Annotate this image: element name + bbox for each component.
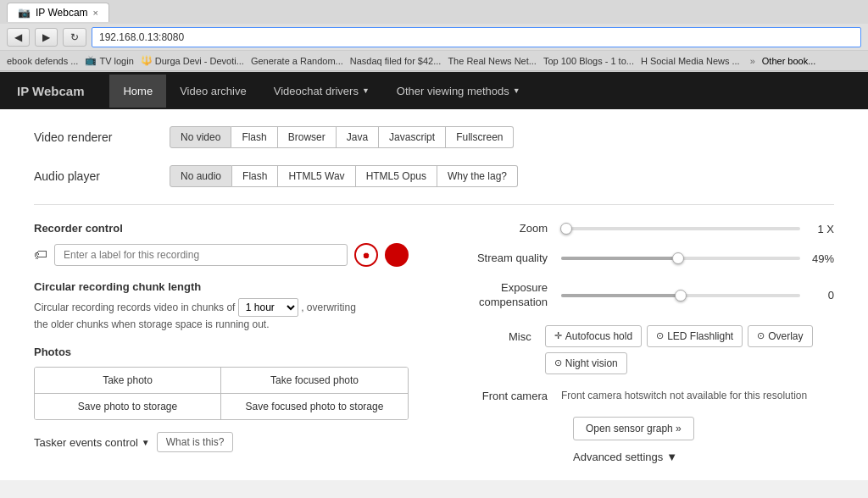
bookmark-item[interactable]: H Social Media News ... <box>641 56 740 66</box>
two-col-layout: Recorder control 🏷 ⏺ Circular recording … <box>34 222 834 463</box>
take-focused-photo-button[interactable]: Take focused photo <box>221 368 408 394</box>
nav-videochat-label: Videochat drivers <box>274 85 359 97</box>
audio-player-label: Audio player <box>34 169 170 183</box>
other-bookmarks[interactable]: Other book... <box>762 56 816 66</box>
front-camera-row: Front camera Front camera hotswitch not … <box>459 388 834 403</box>
chevron-down-icon: ▼ <box>142 438 150 447</box>
refresh-button[interactable]: ↻ <box>63 28 86 47</box>
zoom-slider[interactable] <box>561 227 800 230</box>
stream-quality-track[interactable] <box>561 257 800 260</box>
zoom-thumb[interactable] <box>560 223 572 235</box>
nav-home[interactable]: Home <box>109 75 166 108</box>
bookmark-label: The Real News Net... <box>448 56 537 66</box>
video-flash[interactable]: Flash <box>231 126 277 148</box>
advanced-settings-label: Advanced settings <box>573 451 663 463</box>
nav-video-archive[interactable]: Video archive <box>166 75 260 108</box>
recorder-control-title: Recorder control <box>34 222 409 235</box>
recorder-label-input[interactable] <box>54 244 348 266</box>
overlay-icon: ⊙ <box>757 330 765 341</box>
browser-titlebar: 📷 IP Webcam × <box>0 0 868 24</box>
tasker-events-link[interactable]: Tasker events control ▼ <box>34 436 150 449</box>
audio-flash[interactable]: Flash <box>232 165 278 187</box>
nav-other-viewing[interactable]: Other viewing methods ▼ <box>383 75 534 108</box>
open-sensor-graph-button[interactable]: Open sensor graph » <box>573 417 694 440</box>
video-browser[interactable]: Browser <box>278 126 337 148</box>
bookmark-label: Generate a Random... <box>251 56 343 66</box>
audio-why-lag[interactable]: Why the lag? <box>437 165 518 187</box>
tasker-row: Tasker events control ▼ What is this? <box>34 432 409 452</box>
led-flashlight-button[interactable]: ⊙ LED Flashlight <box>647 325 743 347</box>
nav-videochat-drivers[interactable]: Videochat drivers ▼ <box>260 75 383 108</box>
url-bar[interactable] <box>92 27 861 47</box>
misc-row: Misc ✛ Autofocus hold ⊙ LED Flashlight ⊙… <box>459 325 834 374</box>
exposure-thumb[interactable] <box>675 290 687 302</box>
bookmark-item[interactable]: Generate a Random... <box>251 56 343 66</box>
left-col: Recorder control 🏷 ⏺ Circular recording … <box>34 222 442 463</box>
audio-html5-opus[interactable]: HTML5 Opus <box>356 165 437 187</box>
recorder-input-row: 🏷 ⏺ <box>34 243 409 267</box>
hour-select[interactable]: 1 hour 15 min 30 min 2 hours 4 hours <box>238 298 298 317</box>
bookmark-item[interactable]: The Real News Net... <box>448 56 537 66</box>
app-header: IP Webcam Home Video archive Videochat d… <box>0 72 868 109</box>
bookmark-item[interactable]: 📺 TV login <box>85 55 133 66</box>
browser-tab[interactable]: 📷 IP Webcam × <box>7 3 109 22</box>
bookmark-item[interactable]: ebook defends ... <box>7 56 78 66</box>
stream-quality-label: Stream quality <box>459 252 561 266</box>
bookmark-label: Social Media News ... <box>650 56 740 66</box>
save-focused-photo-storage-button[interactable]: Save focused photo to storage <box>221 394 408 419</box>
night-vision-label: Night vision <box>565 357 618 369</box>
save-photo-storage-button[interactable]: Save photo to storage <box>35 394 221 419</box>
tab-title: IP Webcam <box>36 7 88 19</box>
bookmark-label: TV login <box>99 56 133 66</box>
video-fullscreen[interactable]: Fullscreen <box>446 126 514 148</box>
advanced-settings-link[interactable]: Advanced settings ▼ <box>573 451 834 463</box>
overlay-button[interactable]: ⊙ Overlay <box>748 325 812 347</box>
exposure-value: 0 <box>800 289 834 302</box>
stream-quality-slider[interactable] <box>561 257 800 260</box>
led-icon: ⊙ <box>656 330 664 341</box>
bookmark-favicon: H <box>641 56 648 66</box>
zoom-track[interactable] <box>561 227 800 230</box>
back-button[interactable]: ◀ <box>7 28 30 47</box>
tab-close-icon[interactable]: × <box>93 8 98 18</box>
what-is-this-button[interactable]: What is this? <box>157 432 234 452</box>
divider <box>34 204 834 205</box>
chevron-down-icon: ▼ <box>362 86 370 95</box>
exposure-track[interactable] <box>561 294 800 297</box>
autofocus-icon: ✛ <box>554 330 562 341</box>
audio-html5-wav[interactable]: HTML5 Wav <box>278 165 355 187</box>
take-photo-button[interactable]: Take photo <box>35 368 221 394</box>
night-vision-icon: ⊙ <box>554 357 562 368</box>
video-java[interactable]: Java <box>337 126 379 148</box>
bookmark-item[interactable]: Nasdaq filed for $42... <box>350 56 442 66</box>
video-no-video[interactable]: No video <box>170 126 231 148</box>
audio-no-audio[interactable]: No audio <box>170 165 232 187</box>
stream-quality-thumb[interactable] <box>672 252 684 264</box>
stream-quality-value: 49% <box>800 252 834 265</box>
video-javascript[interactable]: Javascript <box>379 126 446 148</box>
exposure-fill <box>561 294 681 297</box>
record-outline-icon: ⏺ <box>362 251 370 260</box>
bookmarks-bar: ebook defends ... 📺 TV login 🔱 Durga Dev… <box>0 51 868 71</box>
record-filled-button[interactable] <box>385 243 409 267</box>
video-renderer-label: Video renderer <box>34 130 170 144</box>
zoom-label: Zoom <box>459 222 561 236</box>
zoom-value: 1 X <box>800 223 834 235</box>
bookmark-item[interactable]: Top 100 Blogs - 1 to... <box>543 56 634 66</box>
photos-section: Photos Take photo Take focused photo Sav… <box>34 346 409 420</box>
stream-quality-fill <box>561 257 678 260</box>
night-vision-button[interactable]: ⊙ Night vision <box>545 352 627 374</box>
forward-button[interactable]: ▶ <box>35 28 58 47</box>
app-logo: IP Webcam <box>17 84 84 98</box>
autofocus-hold-button[interactable]: ✛ Autofocus hold <box>545 325 642 347</box>
video-renderer-options: No video Flash Browser Java Javascript F… <box>170 126 514 148</box>
bookmarks-more[interactable]: » <box>750 56 755 66</box>
exposure-slider[interactable] <box>561 294 800 297</box>
misc-buttons: ✛ Autofocus hold ⊙ LED Flashlight ⊙ Over… <box>545 325 834 374</box>
bookmark-label: ebook defends ... <box>7 56 78 66</box>
browser-controls: ◀ ▶ ↻ <box>0 24 868 51</box>
record-outline-button[interactable]: ⏺ <box>354 243 378 267</box>
bookmark-item[interactable]: 🔱 Durga Devi - Devoti... <box>141 55 244 66</box>
nav-other-label: Other viewing methods <box>397 85 509 97</box>
bookmark-label: Durga Devi - Devoti... <box>155 56 244 66</box>
